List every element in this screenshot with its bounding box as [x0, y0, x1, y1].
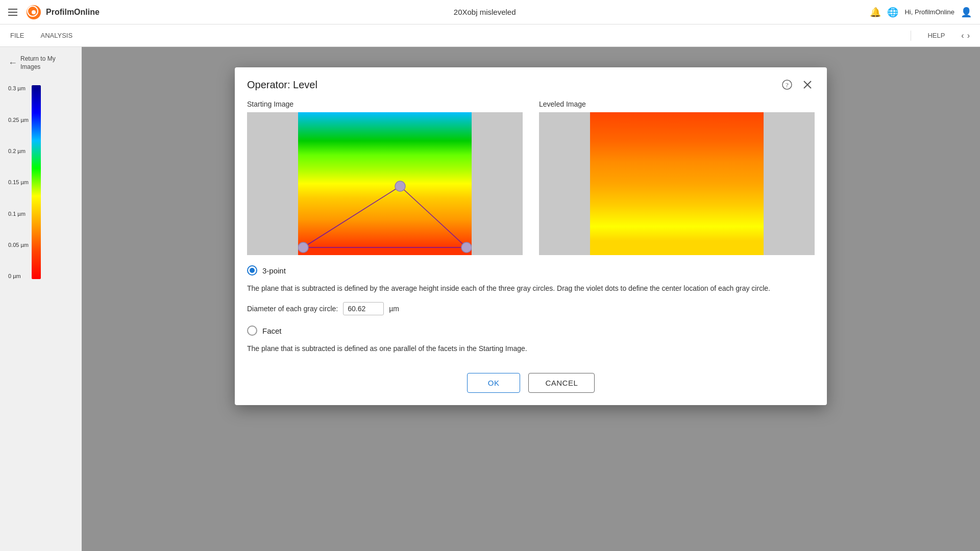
scale-label-4: 0.1 µm: [8, 211, 29, 217]
triangle-overlay-svg: [298, 112, 472, 255]
facet-option[interactable]: Facet: [247, 325, 815, 336]
svg-point-10: [395, 181, 405, 191]
facet-radio[interactable]: [247, 325, 257, 336]
app-main: Operator: Level ?: [82, 47, 980, 551]
cancel-button[interactable]: CANCEL: [528, 373, 595, 393]
leveled-image-container: [539, 112, 815, 255]
starting-image-panel: Starting Image: [247, 100, 523, 255]
scale-label-6: 0 µm: [8, 273, 29, 279]
svg-point-2: [32, 10, 36, 14]
nav-forward-icon[interactable]: ›: [967, 31, 970, 40]
app-header: ProfilmOnline 20Xobj misleveled 🔔 🌐 Hi, …: [0, 0, 980, 24]
leveled-image: [590, 112, 764, 255]
nav-back-icon[interactable]: ‹: [961, 31, 964, 40]
app-logo: ProfilmOnline: [26, 4, 100, 20]
dialog-footer: OK CANCEL: [235, 365, 827, 405]
leveled-image-panel: Leveled Image: [539, 100, 815, 255]
operator-level-dialog: Operator: Level ?: [235, 67, 827, 405]
images-section: Starting Image: [235, 100, 827, 255]
nav-arrows: ‹ ›: [961, 31, 970, 40]
facet-description: The plane that is subtracted is defined …: [247, 343, 815, 354]
scale-label-5: 0.05 µm: [8, 242, 29, 248]
ok-button[interactable]: OK: [467, 373, 521, 393]
dialog-header-icons: ?: [780, 78, 815, 92]
leveled-image-label: Leveled Image: [539, 100, 815, 108]
svg-text:?: ?: [786, 81, 789, 89]
globe-icon[interactable]: 🌐: [887, 7, 898, 18]
svg-point-11: [298, 242, 308, 253]
color-scale: 0.3 µm 0.25 µm 0.2 µm 0.15 µm 0.1 µm 0.0…: [8, 85, 74, 279]
dialog-content: 3-point The plane that is subtracted is …: [235, 255, 827, 365]
color-bar: [32, 85, 41, 279]
nav-analysis[interactable]: ANALYSIS: [40, 32, 72, 39]
nav-file[interactable]: FILE: [10, 32, 24, 39]
three-point-option[interactable]: 3-point: [247, 265, 815, 276]
svg-line-8: [400, 186, 467, 247]
app-sidebar: ← Return to My Images 0.3 µm 0.25 µm 0.2…: [0, 47, 82, 551]
greeting-text: Hi, ProfilmOnline: [904, 8, 954, 16]
back-to-images[interactable]: ← Return to My Images: [8, 55, 74, 71]
logo-svg: [26, 4, 42, 20]
scale-label-0: 0.3 µm: [8, 85, 29, 91]
help-button[interactable]: ?: [780, 78, 794, 92]
starting-image-container: [247, 112, 523, 255]
back-arrow-icon: ←: [8, 58, 17, 68]
svg-point-12: [461, 242, 472, 253]
scale-label-1: 0.25 µm: [8, 117, 29, 123]
dialog-header: Operator: Level ?: [235, 67, 827, 100]
nav-divider: [911, 31, 911, 41]
three-point-description: The plane that is subtracted is defined …: [247, 283, 815, 294]
header-right: 🔔 🌐 Hi, ProfilmOnline 👤: [870, 7, 972, 18]
scale-label-2: 0.2 µm: [8, 148, 29, 154]
three-point-radio[interactable]: [247, 265, 257, 276]
user-avatar-icon[interactable]: 👤: [961, 7, 972, 18]
close-button[interactable]: [800, 78, 815, 92]
scale-labels: 0.3 µm 0.25 µm 0.2 µm 0.15 µm 0.1 µm 0.0…: [8, 85, 29, 279]
diameter-unit: µm: [389, 305, 399, 313]
nav-help[interactable]: HELP: [927, 32, 945, 39]
svg-line-7: [303, 186, 400, 247]
app-background: ProfilmOnline 20Xobj misleveled 🔔 🌐 Hi, …: [0, 0, 980, 551]
app-nav: FILE ANALYSIS HELP ‹ ›: [0, 24, 980, 47]
modal-overlay: Operator: Level ?: [82, 47, 980, 551]
back-label: Return to My Images: [20, 55, 74, 71]
logo-text: ProfilmOnline: [46, 8, 100, 17]
app-title: 20Xobj misleveled: [108, 8, 862, 16]
diameter-row: Diameter of each gray circle: µm: [247, 302, 815, 315]
dialog-title: Operator: Level: [247, 79, 317, 91]
scale-label-3: 0.15 µm: [8, 179, 29, 185]
three-point-label: 3-point: [262, 266, 286, 275]
notification-icon[interactable]: 🔔: [870, 7, 881, 18]
app-body: ← Return to My Images 0.3 µm 0.25 µm 0.2…: [0, 47, 980, 551]
starting-image-wrapper: [298, 112, 472, 255]
diameter-input[interactable]: [343, 302, 384, 315]
facet-label: Facet: [262, 327, 282, 335]
diameter-label: Diameter of each gray circle:: [247, 305, 338, 313]
menu-icon[interactable]: [8, 9, 17, 16]
images-gap: [523, 100, 539, 255]
starting-image-label: Starting Image: [247, 100, 523, 108]
